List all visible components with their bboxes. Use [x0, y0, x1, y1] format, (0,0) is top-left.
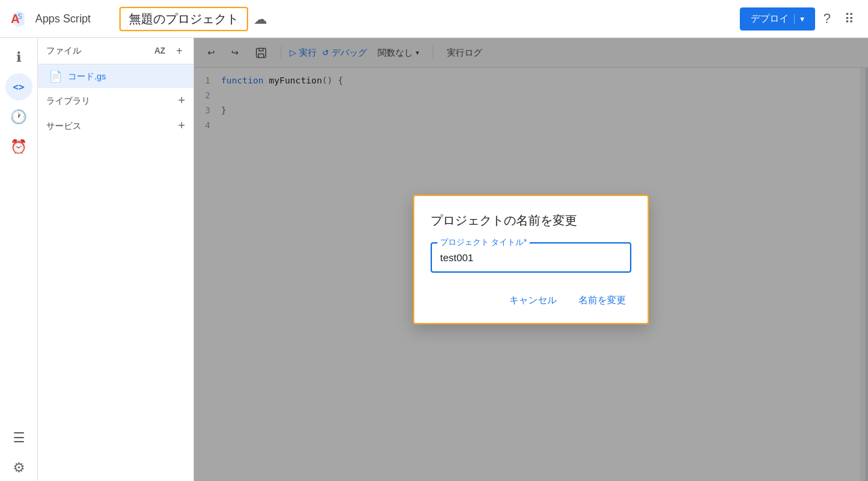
az-icon: AZ — [155, 46, 165, 56]
services-label: サービス — [46, 120, 81, 132]
sort-files-button[interactable]: AZ — [152, 45, 168, 57]
modal-overlay: プロジェクトの名前を変更 プロジェクト タイトル* キャンセル 名前を変更 — [194, 38, 868, 481]
cloud-save-button[interactable]: ☁ — [248, 5, 273, 33]
svg-text:S: S — [18, 13, 22, 20]
help-button[interactable]: ? — [818, 5, 836, 32]
rename-button[interactable]: 名前を変更 — [573, 289, 631, 312]
code-icon: <> — [13, 81, 24, 92]
file-panel-title: ファイル — [46, 45, 146, 57]
settings-icon: ⚙ — [13, 459, 25, 476]
add-file-button[interactable]: + — [174, 43, 185, 58]
file-panel-toolbar: ファイル AZ + — [38, 38, 193, 64]
editor-area: ↩ ↪ ▷ 実行 ↺ デバッグ 関数なし ▾ 実行ログ — [194, 38, 868, 481]
file-name: コード.gs — [68, 71, 106, 83]
history-icon: 🕐 — [10, 109, 27, 125]
file-panel: ファイル AZ + 📄 コード.gs ライブラリ + サービス + — [38, 38, 194, 481]
apps-script-logo: A S — [8, 8, 30, 30]
deploy-label: デプロイ — [751, 13, 789, 25]
add-service-button[interactable]: + — [178, 119, 185, 133]
sidebar-item-info[interactable]: ℹ — [5, 43, 33, 71]
deploy-chevron-icon: ▾ — [794, 14, 804, 24]
section-services[interactable]: サービス + — [38, 113, 193, 138]
add-library-button[interactable]: + — [178, 94, 185, 108]
app-name: Apps Script — [35, 13, 91, 25]
libraries-label: ライブラリ — [46, 95, 90, 107]
list-icon: ☰ — [13, 429, 25, 446]
help-icon: ? — [823, 11, 831, 26]
cloud-icon: ☁ — [254, 11, 267, 27]
logo-area: A S Apps Script — [8, 8, 117, 30]
grid-button[interactable]: ⠿ — [839, 5, 860, 33]
file-item-code-gs[interactable]: 📄 コード.gs — [38, 64, 193, 88]
grid-icon: ⠿ — [844, 11, 854, 27]
sidebar-item-trigger[interactable]: ⏰ — [5, 133, 33, 160]
deploy-button[interactable]: デプロイ ▾ — [740, 7, 815, 31]
header: A S Apps Script 無題のプロジェクト ☁ デプロイ ▾ ? ⠿ — [0, 0, 868, 38]
plus-icon: + — [176, 45, 182, 57]
sidebar-item-list[interactable]: ☰ — [5, 424, 33, 451]
cancel-button[interactable]: キャンセル — [504, 289, 562, 312]
sidebar-item-history[interactable]: 🕐 — [5, 103, 33, 130]
file-icon: 📄 — [49, 70, 62, 83]
info-icon: ℹ — [16, 49, 22, 65]
section-libraries[interactable]: ライブラリ + — [38, 88, 193, 113]
trigger-icon: ⏰ — [10, 138, 27, 155]
dialog-field-label: プロジェクト タイトル* — [437, 237, 530, 248]
rename-dialog: プロジェクトの名前を変更 プロジェクト タイトル* キャンセル 名前を変更 — [413, 195, 649, 324]
project-title-button[interactable]: 無題のプロジェクト — [119, 7, 248, 31]
sidebar-icons: ℹ <> 🕐 ⏰ ☰ ⚙ — [0, 38, 38, 481]
dialog-actions: キャンセル 名前を変更 — [431, 289, 631, 312]
sidebar-item-settings[interactable]: ⚙ — [5, 454, 33, 481]
dialog-field: プロジェクト タイトル* — [431, 242, 631, 273]
sidebar-item-code[interactable]: <> — [5, 73, 33, 100]
main-layout: ℹ <> 🕐 ⏰ ☰ ⚙ ファイル AZ + 📄 — [0, 38, 868, 481]
dialog-title: プロジェクトの名前を変更 — [431, 212, 631, 229]
